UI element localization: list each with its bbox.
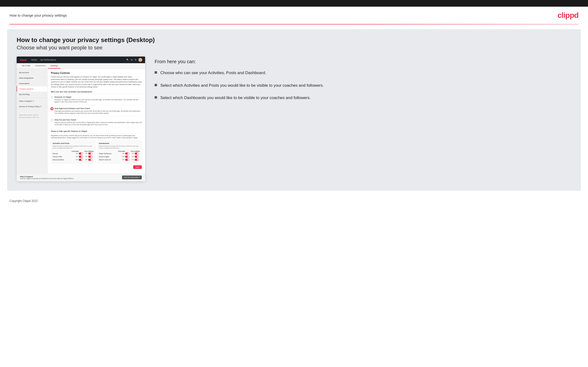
insights-followers-toggle[interactable]	[135, 156, 139, 158]
player-coaches-toggle-group[interactable]: ON	[121, 152, 130, 155]
followers-head: FOLLOWERS	[84, 150, 94, 152]
workson-followers-toggle[interactable]	[135, 159, 139, 161]
sidebar-item-help[interactable]: Help & Support ↗	[17, 98, 47, 104]
activities-col-desc: Select the types of activity that you'd …	[52, 145, 94, 149]
app-nav-links: Home My Performance	[31, 59, 56, 61]
radio-label-followers: Only Approved Followers and Your Coach	[54, 107, 142, 109]
tab-connections[interactable]: Connections	[33, 63, 48, 69]
radio-content-followers: Only Approved Followers and Your Coach O…	[54, 107, 142, 114]
save-row: Save	[51, 165, 142, 169]
app-nav-icons: 🔍 ⊞ ⚙	[126, 58, 142, 62]
bullet-item-1: Choose who can see your Activities, Post…	[155, 70, 571, 76]
app-nav: clippd Home My Performance 🔍 ⊞ ⚙	[17, 57, 145, 63]
tab-settings[interactable]: Settings	[48, 63, 61, 69]
footer-text: Copyright Clippd 2022	[9, 199, 38, 203]
screenshot-mockup: clippd Home My Performance 🔍 ⊞ ⚙ My Prof…	[17, 57, 145, 181]
radio-everyone[interactable]: Everyone on Clippd Everyone on Clippd ca…	[51, 96, 142, 105]
activities-col: Activities and Posts Select the types of…	[51, 141, 95, 163]
header-divider	[9, 24, 579, 25]
drills-coaches-toggle-group[interactable]: ON	[75, 156, 84, 158]
help-bar-content: Help & Support Visit our Clippd communit…	[20, 175, 74, 179]
radio-label-only-you: Only You and Your Coach	[54, 119, 142, 121]
help-title: Help & Support	[20, 175, 74, 178]
app-tabs: My Profile Connections Settings	[17, 63, 145, 69]
chevron-right-icon: ›	[44, 72, 45, 73]
dash-coaches-head: COACHES	[117, 150, 126, 152]
sidebar-item-golfbag[interactable]: My Golf Bag ›	[17, 92, 47, 97]
drills-followers-toggle[interactable]	[88, 156, 93, 158]
bullet-square-3	[155, 96, 157, 99]
dashboards-col-desc: Select the types of activity that you'd …	[99, 145, 140, 149]
player-coaches-toggle[interactable]	[125, 152, 130, 155]
sidebar-divider	[17, 98, 47, 98]
dashboards-col-title: Dashboards	[99, 142, 140, 144]
drills-coaches-toggle[interactable]	[79, 156, 83, 158]
radio-desc-everyone: Everyone on Clippd can search for you an…	[54, 99, 142, 103]
rounds-followers-toggle[interactable]	[88, 152, 93, 155]
sidebar-item-account[interactable]: My Account ›	[17, 70, 47, 75]
grid-icon: ⊞	[131, 59, 133, 61]
radio-content-everyone: Everyone on Clippd Everyone on Clippd ca…	[54, 96, 142, 103]
radio-circle-everyone	[51, 96, 53, 98]
bullet-text-3: Select which Dashboards you would like t…	[160, 95, 311, 101]
search-icon: 🔍	[126, 59, 129, 61]
sidebar-item-subscription[interactable]: Subscription ›	[17, 81, 47, 86]
radio-label-everyone: Everyone on Clippd	[54, 96, 142, 98]
logo: clippd	[558, 11, 579, 20]
top-bar	[0, 0, 588, 7]
dashboards-header-row: COACHES FOLLOWERS	[99, 150, 140, 152]
dashboards-col: Dashboards Select the types of activity …	[97, 141, 142, 163]
radio-only-you[interactable]: Only You and Your Coach Only you and the…	[51, 119, 142, 128]
help-desc: Visit our Clippd community to troublesho…	[20, 178, 74, 179]
privacy-controls-desc: Control how you and your data appears to…	[51, 76, 142, 88]
main-content: How to change your privacy settings (Des…	[7, 29, 581, 191]
footer: Copyright Clippd 2022	[0, 195, 588, 206]
radio-followers[interactable]: Only Approved Followers and Your Coach O…	[51, 107, 142, 117]
features-desc: Regardless of the privacy controls that …	[51, 134, 142, 139]
settings-icon: ⚙	[135, 59, 137, 61]
bullet-square-1	[155, 71, 157, 74]
radio-desc-followers: Only approved followers and coaches you …	[54, 110, 142, 114]
app-help-bar: Help & Support Visit our Clippd communit…	[17, 173, 145, 181]
player-followers-toggle[interactable]	[135, 152, 139, 155]
app-body: My Account › Data Integrations › Subscri…	[17, 69, 145, 173]
header-title: How to change your privacy settings	[9, 13, 67, 17]
workson-coaches-toggle-group[interactable]: ON	[121, 159, 130, 161]
visit-community-button[interactable]: Visit Our Community ↗	[122, 175, 142, 179]
rounds-followers-toggle-group[interactable]: ON	[84, 152, 94, 155]
insights-coaches-toggle-group[interactable]: ON	[121, 156, 130, 158]
rounds-coaches-toggle[interactable]	[79, 152, 83, 155]
workson-coaches-toggle[interactable]	[125, 159, 130, 161]
insights-coaches-toggle[interactable]	[125, 156, 130, 158]
manual-followers-toggle[interactable]	[88, 159, 93, 161]
dashboards-insights-row: Round Insights ON ON	[99, 156, 140, 158]
manual-coaches-toggle-group[interactable]: ON	[75, 159, 84, 161]
player-followers-toggle-group[interactable]: ON	[130, 152, 140, 155]
sidebar-version: Clippd Client Version: 2022.8.2 SQL Serv…	[19, 114, 45, 118]
from-here-text: From here you can:	[155, 59, 571, 64]
page-subheading: Choose what you want people to see	[17, 45, 571, 51]
radio-circle-only-you	[51, 119, 53, 121]
app-nav-logo: clippd	[19, 58, 26, 61]
manual-followers-toggle-group[interactable]: ON	[84, 159, 94, 161]
drills-followers-toggle-group[interactable]: ON	[84, 156, 94, 158]
save-button[interactable]: Save	[133, 165, 142, 169]
chevron-right-icon: ›	[44, 94, 45, 95]
app-main-panel: Privacy Controls Control how you and you…	[48, 69, 145, 173]
avatar	[138, 58, 142, 62]
features-grid: Activities and Posts Select the types of…	[51, 141, 142, 163]
bullet-text-1: Choose who can see your Activities, Post…	[160, 70, 266, 76]
features-title: Show or hide specific features in Clippd	[51, 130, 142, 133]
workson-followers-toggle-group[interactable]: ON	[130, 159, 140, 161]
sidebar-item-data[interactable]: Data Integrations ›	[17, 75, 47, 81]
bullet-square-2	[155, 84, 157, 86]
rounds-coaches-toggle-group[interactable]: ON	[75, 152, 84, 155]
manual-coaches-toggle[interactable]	[79, 159, 83, 161]
sidebar-footer: Clippd Client Version: 2022.8.2 SQL Serv…	[17, 109, 47, 119]
tab-myprofile[interactable]: My Profile	[19, 63, 33, 69]
chevron-right-icon: ›	[44, 83, 45, 84]
sidebar-item-privacy-policy[interactable]: Service & Privacy Policy ↗	[17, 104, 47, 109]
insights-followers-toggle-group[interactable]: ON	[130, 156, 140, 158]
dash-followers-head: FOLLOWERS	[130, 150, 140, 152]
sidebar-item-privacy[interactable]: Privacy Controls ›	[17, 86, 47, 92]
